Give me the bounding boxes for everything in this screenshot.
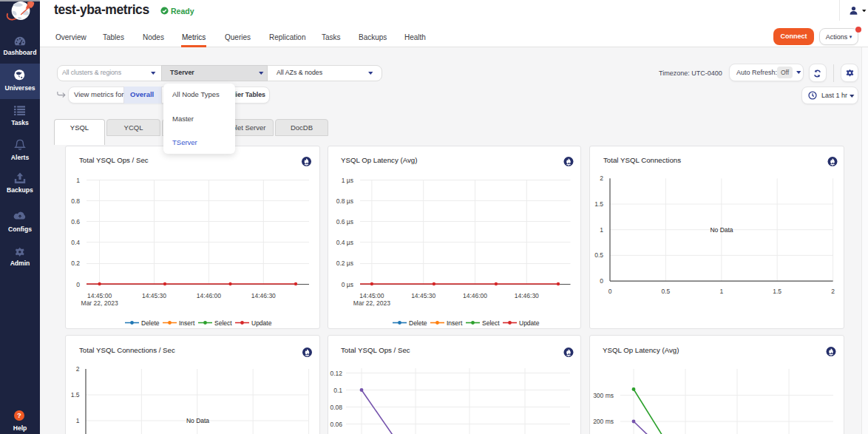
svg-text:14:45:30: 14:45:30	[411, 292, 435, 299]
svg-text:14:45:00: 14:45:00	[359, 292, 384, 299]
svg-text:0.2: 0.2	[71, 260, 80, 267]
svg-text:Total YSQL Ops / Sec: Total YSQL Ops / Sec	[341, 346, 410, 354]
svg-text:14:45:30: 14:45:30	[142, 292, 166, 299]
svg-text:14:46:00: 14:46:00	[197, 292, 221, 299]
svg-text:2: 2	[76, 365, 80, 373]
svg-text:0.5: 0.5	[661, 288, 670, 295]
svg-text:0.8 µs: 0.8 µs	[336, 197, 353, 205]
svg-text:0.6: 0.6	[71, 218, 80, 226]
svg-text:Insert: Insert	[179, 319, 195, 327]
svg-text:Delete: Delete	[141, 319, 160, 327]
svg-text:0: 0	[608, 288, 612, 295]
svg-text:Insert: Insert	[447, 319, 463, 327]
svg-text:0.1: 0.1	[333, 387, 342, 394]
svg-text:Mar 22, 2023: Mar 22, 2023	[81, 299, 118, 307]
svg-text:0: 0	[76, 281, 80, 288]
svg-text:14:46:00: 14:46:00	[463, 292, 487, 299]
svg-text:0 µs: 0 µs	[342, 281, 353, 288]
svg-text:YSQL Op Latency (Avg): YSQL Op Latency (Avg)	[603, 346, 679, 354]
svg-text:14:46:30: 14:46:30	[251, 292, 276, 299]
svg-text:Update: Update	[251, 319, 272, 327]
svg-text:2: 2	[600, 174, 603, 182]
svg-text:1: 1	[76, 417, 80, 424]
svg-text:Mar 22, 2023: Mar 22, 2023	[353, 299, 390, 307]
svg-text:0: 0	[600, 277, 603, 285]
svg-text:0.6 µs: 0.6 µs	[336, 218, 353, 226]
svg-text:No Data: No Data	[710, 226, 733, 234]
svg-text:1: 1	[600, 226, 603, 234]
svg-text:1.5: 1.5	[71, 391, 80, 399]
svg-text:Update: Update	[519, 319, 540, 327]
svg-text:14:46:30: 14:46:30	[515, 292, 539, 299]
svg-text:Total YSQL Ops / Sec: Total YSQL Ops / Sec	[79, 156, 149, 164]
svg-text:200 ms: 200 ms	[593, 418, 614, 425]
svg-text:14:45:00: 14:45:00	[87, 292, 112, 299]
svg-text:0.5: 0.5	[594, 251, 603, 259]
svg-text:1.5: 1.5	[594, 200, 603, 208]
svg-text:0.4: 0.4	[71, 239, 80, 246]
svg-text:No Data: No Data	[186, 417, 209, 424]
svg-text:0.2 µs: 0.2 µs	[336, 260, 353, 267]
svg-text:1 µs: 1 µs	[342, 177, 353, 184]
svg-text:300 ms: 300 ms	[593, 392, 614, 399]
svg-text:Select: Select	[482, 319, 500, 327]
svg-text:0.12: 0.12	[330, 370, 342, 377]
svg-text:1: 1	[719, 288, 723, 295]
svg-text:0.06: 0.06	[330, 421, 342, 428]
svg-text:2: 2	[831, 288, 835, 295]
svg-text:Delete: Delete	[409, 319, 427, 327]
svg-text:0.4 µs: 0.4 µs	[336, 239, 353, 246]
svg-text:1: 1	[76, 177, 80, 184]
svg-text:1.5: 1.5	[773, 288, 781, 295]
svg-text:Total YSQL Connections / Sec: Total YSQL Connections / Sec	[79, 346, 175, 354]
svg-text:YSQL Op Latency (Avg): YSQL Op Latency (Avg)	[341, 156, 417, 164]
svg-text:0.8: 0.8	[71, 197, 80, 205]
svg-text:0.08: 0.08	[330, 404, 342, 411]
svg-text:Total YSQL Connections: Total YSQL Connections	[603, 156, 681, 164]
svg-text:Select: Select	[214, 319, 232, 327]
